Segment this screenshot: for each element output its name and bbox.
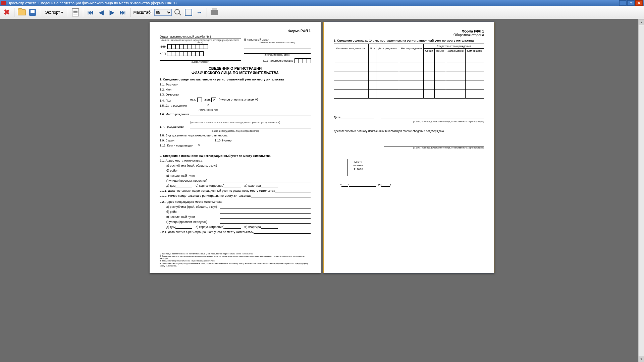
first-icon: ⏮ [88, 9, 94, 16]
table-row [334, 89, 484, 99]
fit-icon [185, 9, 192, 16]
next-page-button[interactable]: ▶ [107, 8, 117, 17]
export-dropdown[interactable]: Экспорт ▾ [43, 9, 65, 16]
print-button[interactable] [210, 8, 219, 17]
stamp-box: МестоштампаФ. №16 [347, 159, 369, 176]
zoom-select[interactable]: 85 [154, 9, 172, 16]
inn-boxes [167, 44, 208, 49]
next-icon: ▶ [110, 9, 114, 16]
male-checkbox [197, 98, 202, 102]
table-row [334, 62, 484, 71]
page-2: Форма РФЛ 1Оборотная сторона 3. Сведения… [323, 22, 494, 273]
prev-page-button[interactable]: ◀ [97, 8, 106, 17]
page-setup-button[interactable] [71, 8, 80, 17]
form-code: Форма РФЛ 1 [160, 29, 311, 33]
zoom-label: Масштаб: [133, 10, 152, 15]
taxcode-boxes [294, 58, 311, 63]
printer-icon [211, 10, 218, 15]
last-page-button[interactable]: ⏭ [118, 8, 127, 17]
magnifier-icon [174, 9, 181, 16]
app-icon [1, 1, 6, 5]
table-row [334, 80, 484, 89]
zoom-100-button[interactable] [173, 8, 182, 17]
toolbar: ✖ Экспорт ▾ ⏮ ◀ ▶ ⏭ Масштаб: 85 ↔ [0, 6, 644, 19]
dept-line: Отдел паспортно-визовой службы № 1 [160, 35, 241, 39]
doc-title: СВЕДЕНИЯ О РЕГИСТРАЦИИФИЗИЧЕСКОГО ЛИЦА П… [160, 66, 311, 75]
children-table: Фамилия, имя, отчествоПолДата рожденияМе… [334, 44, 484, 99]
titlebar: Просмотр отчета. Сведения о регистрации … [0, 0, 644, 6]
female-checkbox: V [211, 98, 216, 102]
fit-page-button[interactable] [184, 8, 193, 17]
close-button[interactable]: ✕ [635, 0, 643, 6]
maximize-button[interactable]: □ [627, 0, 635, 6]
kpp-boxes [167, 51, 203, 56]
window-title: Просмотр отчета. Сведения о регистрации … [7, 1, 177, 5]
fit-width-button[interactable]: ↔ [195, 8, 204, 17]
vertical-scrollbar[interactable]: ▲ ▼ [638, 19, 644, 362]
table-row [334, 53, 484, 62]
first-page-button[interactable]: ⏮ [86, 8, 95, 17]
page-1: Форма РФЛ 1 Отдел паспортно-визовой служ… [150, 22, 321, 273]
save-icon [29, 9, 36, 16]
footnotes: 1. Для лица, поставленного на регистраци… [160, 252, 311, 267]
scroll-down-button[interactable]: ▼ [639, 356, 644, 362]
report-viewport[interactable]: Форма РФЛ 1 Отдел паспортно-визовой служ… [0, 19, 644, 362]
scroll-up-button[interactable]: ▲ [639, 19, 644, 25]
horiz-icon: ↔ [196, 9, 202, 16]
prev-icon: ◀ [99, 9, 104, 16]
last-icon: ⏭ [120, 9, 126, 16]
table-row [334, 71, 484, 80]
save-button[interactable] [28, 8, 37, 17]
x-icon: ✖ [4, 8, 10, 17]
open-button[interactable] [17, 8, 26, 17]
page-icon [72, 8, 79, 16]
minimize-button[interactable]: _ [619, 0, 627, 6]
folder-icon [18, 9, 26, 15]
cancel-button[interactable]: ✖ [2, 8, 11, 17]
